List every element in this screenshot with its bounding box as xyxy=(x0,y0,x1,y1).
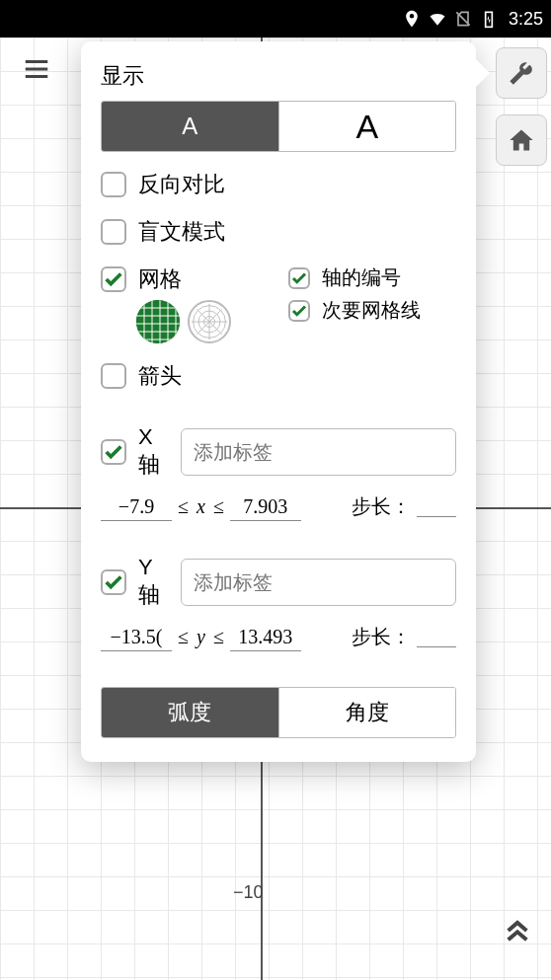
y-axis-section: Y轴 ≤ y ≤ 步长： xyxy=(101,555,456,651)
axis-numbers-checkbox[interactable] xyxy=(288,267,310,289)
grid-label: 网格 xyxy=(138,264,182,294)
x-step-label: 步长： xyxy=(352,493,411,520)
x-axis-section: X轴 ≤ x ≤ 步长： xyxy=(101,424,456,521)
y-axis-checkbox[interactable] xyxy=(101,569,126,595)
y-min-input[interactable] xyxy=(101,624,172,651)
y-step-label: 步长： xyxy=(352,624,411,650)
y-max-input[interactable] xyxy=(230,624,301,651)
clock: 3:25 xyxy=(509,9,543,30)
braille-mode-row[interactable]: 盲文模式 xyxy=(101,217,456,247)
rectangular-grid-option[interactable] xyxy=(136,300,180,343)
home-button[interactable] xyxy=(496,114,547,166)
wifi-icon xyxy=(428,9,447,29)
svg-rect-2 xyxy=(136,300,180,343)
le-symbol: ≤ xyxy=(213,626,224,648)
y-axis-label: Y轴 xyxy=(138,555,167,610)
wrench-icon xyxy=(508,59,535,87)
menu-button[interactable] xyxy=(22,54,51,88)
x-max-input[interactable] xyxy=(230,493,301,521)
home-icon xyxy=(508,126,535,154)
y-var: y xyxy=(195,626,207,648)
braille-mode-label: 盲文模式 xyxy=(138,217,225,247)
battery-charging-icon xyxy=(479,9,499,29)
radians-option[interactable]: 弧度 xyxy=(102,688,278,737)
no-sim-icon xyxy=(453,9,473,29)
x-axis-label: X轴 xyxy=(138,424,167,480)
minor-gridlines-row[interactable]: 次要网格线 xyxy=(288,297,456,324)
location-icon xyxy=(402,9,422,29)
braille-mode-checkbox[interactable] xyxy=(101,219,126,245)
le-symbol: ≤ xyxy=(178,495,189,518)
x-min-input[interactable] xyxy=(101,493,172,521)
x-axis-checkbox[interactable] xyxy=(101,439,126,465)
x-axis-label-input[interactable] xyxy=(181,428,456,476)
axis-tick-label: −10 xyxy=(233,882,264,903)
font-small-option[interactable]: A xyxy=(102,102,278,151)
minor-gridlines-checkbox[interactable] xyxy=(288,300,310,322)
reverse-contrast-checkbox[interactable] xyxy=(101,172,126,197)
android-status-bar: 3:25 xyxy=(0,0,551,38)
x-step-input[interactable] xyxy=(417,501,456,517)
arrows-checkbox[interactable] xyxy=(101,363,126,389)
polar-grid-option[interactable] xyxy=(188,300,231,343)
le-symbol: ≤ xyxy=(178,626,189,648)
font-size-segmented: A A xyxy=(101,101,456,152)
grid-checkbox[interactable] xyxy=(101,266,126,292)
minor-gridlines-label: 次要网格线 xyxy=(322,297,421,324)
graph-settings-panel: 显示 A A 反向对比 盲文模式 网格 xyxy=(81,41,476,762)
reverse-contrast-label: 反向对比 xyxy=(138,170,225,199)
arrows-row[interactable]: 箭头 xyxy=(101,361,456,391)
axis-numbers-row[interactable]: 轴的编号 xyxy=(288,264,456,291)
x-var: x xyxy=(195,495,207,518)
x-axis-row[interactable]: X轴 xyxy=(101,424,167,480)
degrees-option[interactable]: 角度 xyxy=(278,688,456,737)
font-large-option[interactable]: A xyxy=(278,102,456,151)
y-axis-row[interactable]: Y轴 xyxy=(101,555,167,610)
angle-mode-segmented: 弧度 角度 xyxy=(101,687,456,738)
collapse-button[interactable] xyxy=(502,915,533,950)
panel-title: 显示 xyxy=(101,61,456,91)
grid-row[interactable]: 网格 xyxy=(101,264,269,294)
le-symbol: ≤ xyxy=(213,495,224,518)
y-axis-label-input[interactable] xyxy=(181,559,456,606)
y-step-input[interactable] xyxy=(417,632,456,647)
chevrons-up-icon xyxy=(502,915,533,946)
arrows-label: 箭头 xyxy=(138,361,182,391)
settings-button[interactable] xyxy=(496,47,547,99)
hamburger-icon xyxy=(22,54,51,84)
axis-numbers-label: 轴的编号 xyxy=(322,264,401,291)
reverse-contrast-row[interactable]: 反向对比 xyxy=(101,170,456,199)
